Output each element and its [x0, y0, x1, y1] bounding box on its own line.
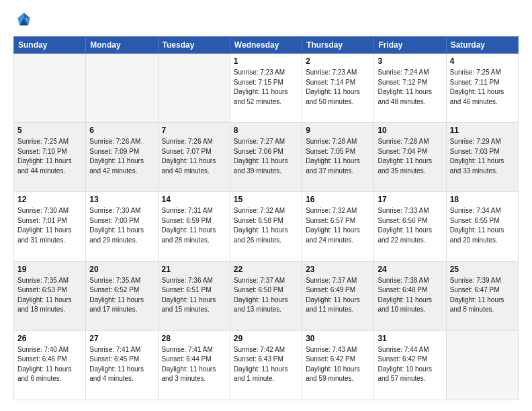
- day-number: 21: [162, 265, 226, 274]
- day-info: Sunrise: 7:29 AM Sunset: 7:03 PM Dayligh…: [450, 137, 515, 176]
- calendar-week-row: 19Sunrise: 7:35 AM Sunset: 6:53 PM Dayli…: [14, 261, 519, 330]
- day-number: 7: [162, 126, 226, 135]
- day-info: Sunrise: 7:34 AM Sunset: 6:55 PM Dayligh…: [450, 206, 515, 245]
- day-info: Sunrise: 7:25 AM Sunset: 7:10 PM Dayligh…: [17, 137, 82, 176]
- day-info: Sunrise: 7:40 AM Sunset: 6:46 PM Dayligh…: [17, 345, 82, 384]
- calendar-cell: 29Sunrise: 7:42 AM Sunset: 6:43 PM Dayli…: [230, 330, 302, 400]
- day-info: Sunrise: 7:30 AM Sunset: 7:01 PM Dayligh…: [17, 206, 82, 245]
- day-number: 19: [17, 265, 82, 274]
- calendar-cell: 8Sunrise: 7:27 AM Sunset: 7:06 PM Daylig…: [230, 123, 302, 192]
- day-number: 29: [234, 334, 298, 343]
- calendar-header-row: SundayMondayTuesdayWednesdayThursdayFrid…: [14, 37, 519, 54]
- day-info: Sunrise: 7:32 AM Sunset: 6:58 PM Dayligh…: [234, 206, 298, 245]
- calendar-week-row: 26Sunrise: 7:40 AM Sunset: 6:46 PM Dayli…: [14, 330, 519, 400]
- calendar-cell: [86, 54, 158, 123]
- calendar-week-row: 12Sunrise: 7:30 AM Sunset: 7:01 PM Dayli…: [14, 192, 519, 261]
- day-info: Sunrise: 7:36 AM Sunset: 6:51 PM Dayligh…: [162, 276, 226, 315]
- calendar-cell: 15Sunrise: 7:32 AM Sunset: 6:58 PM Dayli…: [230, 192, 302, 261]
- day-number: 4: [450, 56, 515, 66]
- calendar-cell: 3Sunrise: 7:24 AM Sunset: 7:12 PM Daylig…: [374, 54, 446, 123]
- day-info: Sunrise: 7:39 AM Sunset: 6:47 PM Dayligh…: [450, 276, 515, 315]
- day-number: 26: [17, 334, 82, 343]
- day-of-week-header: Saturday: [446, 37, 518, 54]
- day-number: 28: [162, 334, 226, 343]
- calendar-cell: 10Sunrise: 7:28 AM Sunset: 7:04 PM Dayli…: [374, 123, 446, 192]
- calendar-cell: 30Sunrise: 7:43 AM Sunset: 6:42 PM Dayli…: [302, 330, 374, 400]
- calendar-cell: 7Sunrise: 7:26 AM Sunset: 7:07 PM Daylig…: [158, 123, 230, 192]
- day-info: Sunrise: 7:41 AM Sunset: 6:44 PM Dayligh…: [162, 345, 226, 384]
- calendar-cell: 17Sunrise: 7:33 AM Sunset: 6:56 PM Dayli…: [374, 192, 446, 261]
- calendar-cell: 31Sunrise: 7:44 AM Sunset: 6:42 PM Dayli…: [374, 330, 446, 400]
- calendar-cell: 5Sunrise: 7:25 AM Sunset: 7:10 PM Daylig…: [14, 123, 86, 192]
- day-info: Sunrise: 7:27 AM Sunset: 7:06 PM Dayligh…: [234, 137, 298, 176]
- day-number: 18: [450, 195, 515, 204]
- calendar-week-row: 1Sunrise: 7:23 AM Sunset: 7:15 PM Daylig…: [14, 54, 519, 123]
- day-info: Sunrise: 7:25 AM Sunset: 7:11 PM Dayligh…: [450, 68, 515, 107]
- day-of-week-header: Tuesday: [158, 37, 230, 54]
- day-info: Sunrise: 7:37 AM Sunset: 6:49 PM Dayligh…: [306, 276, 370, 315]
- logo: [13, 11, 35, 30]
- day-info: Sunrise: 7:26 AM Sunset: 7:07 PM Dayligh…: [162, 137, 226, 176]
- svg-marker-1: [24, 13, 30, 18]
- day-number: 16: [306, 195, 370, 204]
- calendar-cell: 23Sunrise: 7:37 AM Sunset: 6:49 PM Dayli…: [302, 261, 374, 330]
- calendar-cell: 2Sunrise: 7:23 AM Sunset: 7:14 PM Daylig…: [302, 54, 374, 123]
- day-info: Sunrise: 7:24 AM Sunset: 7:12 PM Dayligh…: [378, 68, 442, 107]
- day-of-week-header: Monday: [86, 37, 158, 54]
- day-of-week-header: Sunday: [14, 37, 86, 54]
- day-number: 22: [234, 265, 298, 274]
- day-info: Sunrise: 7:38 AM Sunset: 6:48 PM Dayligh…: [378, 276, 442, 315]
- day-info: Sunrise: 7:37 AM Sunset: 6:50 PM Dayligh…: [234, 276, 298, 315]
- calendar-cell: 26Sunrise: 7:40 AM Sunset: 6:46 PM Dayli…: [14, 330, 86, 400]
- calendar-cell: 24Sunrise: 7:38 AM Sunset: 6:48 PM Dayli…: [374, 261, 446, 330]
- calendar-cell: 28Sunrise: 7:41 AM Sunset: 6:44 PM Dayli…: [158, 330, 230, 400]
- calendar-cell: 4Sunrise: 7:25 AM Sunset: 7:11 PM Daylig…: [446, 54, 518, 123]
- day-number: 6: [89, 126, 154, 135]
- calendar-cell: 25Sunrise: 7:39 AM Sunset: 6:47 PM Dayli…: [446, 261, 518, 330]
- day-number: 24: [378, 265, 442, 274]
- day-info: Sunrise: 7:35 AM Sunset: 6:52 PM Dayligh…: [89, 276, 154, 315]
- day-info: Sunrise: 7:23 AM Sunset: 7:15 PM Dayligh…: [234, 68, 298, 107]
- calendar-cell: [158, 54, 230, 123]
- day-number: 27: [89, 334, 154, 343]
- day-info: Sunrise: 7:31 AM Sunset: 6:59 PM Dayligh…: [162, 206, 226, 245]
- calendar-week-row: 5Sunrise: 7:25 AM Sunset: 7:10 PM Daylig…: [14, 123, 519, 192]
- day-number: 5: [17, 126, 82, 135]
- day-number: 17: [378, 195, 442, 204]
- day-info: Sunrise: 7:23 AM Sunset: 7:14 PM Dayligh…: [306, 68, 370, 107]
- calendar-cell: 11Sunrise: 7:29 AM Sunset: 7:03 PM Dayli…: [446, 123, 518, 192]
- day-number: 1: [234, 56, 298, 66]
- calendar-cell: 1Sunrise: 7:23 AM Sunset: 7:15 PM Daylig…: [230, 54, 302, 123]
- day-info: Sunrise: 7:43 AM Sunset: 6:42 PM Dayligh…: [306, 345, 370, 384]
- day-info: Sunrise: 7:26 AM Sunset: 7:09 PM Dayligh…: [89, 137, 154, 176]
- calendar-cell: 6Sunrise: 7:26 AM Sunset: 7:09 PM Daylig…: [86, 123, 158, 192]
- day-info: Sunrise: 7:42 AM Sunset: 6:43 PM Dayligh…: [234, 345, 298, 384]
- calendar-cell: 19Sunrise: 7:35 AM Sunset: 6:53 PM Dayli…: [14, 261, 86, 330]
- day-info: Sunrise: 7:30 AM Sunset: 7:00 PM Dayligh…: [89, 206, 154, 245]
- day-of-week-header: Friday: [374, 37, 446, 54]
- day-number: 13: [89, 195, 154, 204]
- day-number: 12: [17, 195, 82, 204]
- day-info: Sunrise: 7:28 AM Sunset: 7:04 PM Dayligh…: [378, 137, 442, 176]
- day-of-week-header: Thursday: [302, 37, 374, 54]
- calendar-cell: 14Sunrise: 7:31 AM Sunset: 6:59 PM Dayli…: [158, 192, 230, 261]
- day-number: 31: [378, 334, 442, 343]
- day-number: 9: [306, 126, 370, 135]
- header: [13, 11, 519, 30]
- calendar-cell: 22Sunrise: 7:37 AM Sunset: 6:50 PM Dayli…: [230, 261, 302, 330]
- day-info: Sunrise: 7:41 AM Sunset: 6:45 PM Dayligh…: [89, 345, 154, 384]
- calendar-cell: 27Sunrise: 7:41 AM Sunset: 6:45 PM Dayli…: [86, 330, 158, 400]
- day-number: 15: [234, 195, 298, 204]
- calendar-cell: 12Sunrise: 7:30 AM Sunset: 7:01 PM Dayli…: [14, 192, 86, 261]
- calendar-cell: 20Sunrise: 7:35 AM Sunset: 6:52 PM Dayli…: [86, 261, 158, 330]
- calendar-cell: [14, 54, 86, 123]
- calendar-cell: [446, 330, 518, 400]
- day-number: 25: [450, 265, 515, 274]
- day-number: 14: [162, 195, 226, 204]
- day-number: 11: [450, 126, 515, 135]
- day-number: 10: [378, 126, 442, 135]
- day-number: 20: [89, 265, 154, 274]
- calendar-cell: 9Sunrise: 7:28 AM Sunset: 7:05 PM Daylig…: [302, 123, 374, 192]
- day-info: Sunrise: 7:32 AM Sunset: 6:57 PM Dayligh…: [306, 206, 370, 245]
- day-info: Sunrise: 7:33 AM Sunset: 6:56 PM Dayligh…: [378, 206, 442, 245]
